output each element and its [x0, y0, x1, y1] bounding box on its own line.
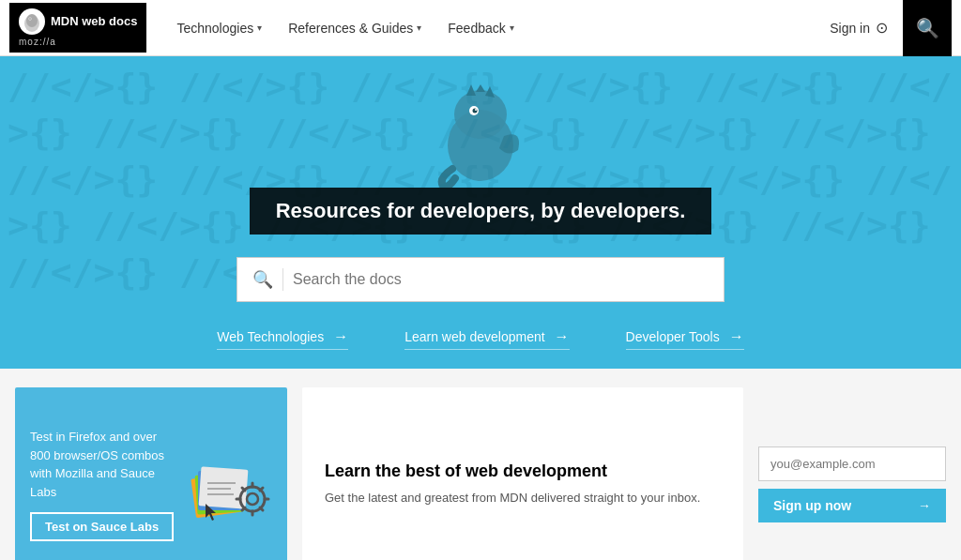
- mdn-logo[interactable]: MDN web docs moz://a: [9, 3, 146, 53]
- sign-in-button[interactable]: Sign in ⊙: [815, 11, 903, 44]
- navbar: MDN web docs moz://a Technologies ▾ Refe…: [0, 0, 961, 56]
- logo-subtitle: moz://a: [19, 37, 56, 47]
- svg-marker-7: [466, 84, 476, 96]
- feedback-chevron-icon: ▾: [510, 23, 514, 33]
- technologies-chevron-icon: ▾: [257, 23, 262, 33]
- newsletter-description: Get the latest and greatest from MDN del…: [325, 489, 721, 507]
- newsletter-card: Learn the best of web development Get th…: [302, 387, 743, 560]
- email-signup-block: Sign up now →: [758, 387, 946, 560]
- bottom-section: Test in Firefox and over 800 browser/OS …: [0, 369, 961, 560]
- svg-point-2: [26, 14, 38, 27]
- svg-point-6: [454, 90, 507, 139]
- dev-tools-arrow-icon: →: [729, 328, 744, 345]
- hero-section: //</>{} //</>{} //</>{} //</>{} //</>{} …: [0, 56, 961, 369]
- search-input[interactable]: [293, 271, 709, 288]
- hero-link-web-technologies[interactable]: Web Technologies →: [217, 328, 348, 350]
- nav-technologies[interactable]: Technologies ▾: [165, 13, 273, 43]
- email-input[interactable]: [758, 446, 946, 481]
- sauce-labs-button[interactable]: Test on Sauce Labs: [30, 512, 174, 541]
- hero-link-developer-tools[interactable]: Developer Tools →: [626, 328, 744, 350]
- web-tech-arrow-icon: →: [333, 328, 348, 345]
- svg-point-12: [475, 109, 477, 111]
- nav-references[interactable]: References & Guides ▾: [277, 13, 433, 43]
- hero-link-learn-web[interactable]: Learn web development →: [404, 328, 569, 350]
- sauce-labs-card: Test in Firefox and over 800 browser/OS …: [15, 387, 287, 560]
- search-bar: 🔍: [236, 257, 725, 302]
- svg-point-11: [473, 109, 478, 114]
- hero-quick-links: Web Technologies → Learn web development…: [217, 328, 743, 350]
- signup-button[interactable]: Sign up now →: [758, 489, 946, 522]
- search-divider: [282, 268, 283, 291]
- nav-links: Technologies ▾ References & Guides ▾ Fee…: [165, 13, 815, 43]
- hero-dino-illustration: [419, 84, 542, 188]
- newsletter-title: Learn the best of web development: [325, 462, 721, 481]
- logo-dino-icon: [19, 8, 45, 35]
- sauce-labs-illustration: [189, 447, 273, 522]
- sauce-labs-description: Test in Firefox and over 800 browser/OS …: [30, 428, 174, 501]
- search-bar-icon: 🔍: [252, 269, 273, 290]
- signup-arrow-icon: →: [918, 498, 931, 513]
- svg-point-21: [247, 493, 258, 505]
- logo-title: MDN web docs: [51, 14, 137, 29]
- svg-line-28: [242, 507, 245, 510]
- svg-line-27: [260, 507, 263, 510]
- nav-feedback[interactable]: Feedback ▾: [436, 13, 525, 43]
- sauce-illustration-svg: [189, 447, 273, 522]
- learn-web-arrow-icon: →: [555, 328, 570, 345]
- svg-line-26: [242, 488, 245, 491]
- nav-right: Sign in ⊙ 🔍: [815, 0, 952, 56]
- references-chevron-icon: ▾: [417, 23, 421, 33]
- svg-line-29: [260, 488, 263, 491]
- search-icon-button[interactable]: 🔍: [903, 0, 952, 56]
- svg-marker-8: [476, 84, 485, 92]
- sauce-labs-text-block: Test in Firefox and over 800 browser/OS …: [30, 428, 174, 541]
- svg-point-4: [29, 18, 30, 19]
- github-icon: ⊙: [876, 19, 888, 37]
- hero-title-box: Resources for developers, by developers.: [250, 188, 712, 235]
- hero-tagline: Resources for developers, by developers.: [276, 199, 686, 223]
- search-icon: 🔍: [916, 17, 939, 39]
